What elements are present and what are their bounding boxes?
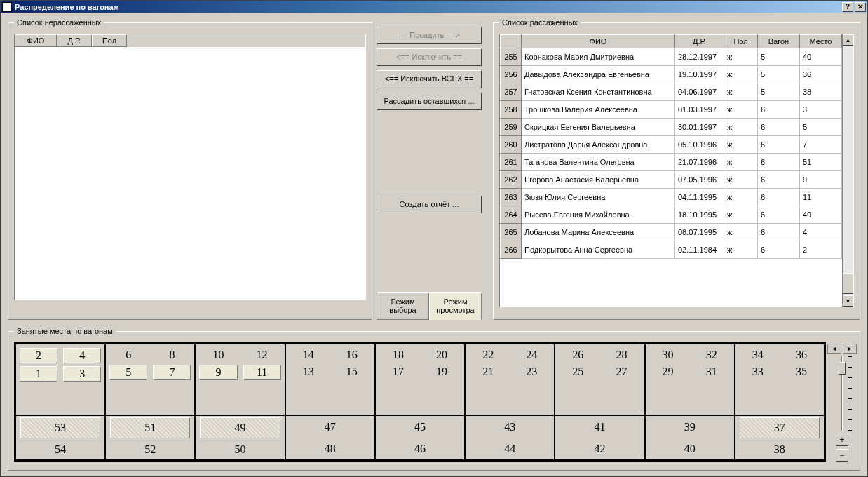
seated-header-dr[interactable]: Д.Р. [675, 35, 724, 48]
side-seat[interactable]: 43 [466, 416, 554, 438]
seat[interactable]: 7 [153, 365, 191, 380]
help-button[interactable]: ? [842, 2, 853, 12]
unseated-header-dr[interactable]: Д.Р. [57, 34, 92, 47]
zoom-out-button[interactable]: − [836, 449, 848, 462]
mode-select-tab[interactable]: Режим выбора [377, 293, 429, 320]
seat[interactable]: 17 [379, 364, 418, 379]
seat[interactable]: 5 [109, 365, 147, 380]
side-seat[interactable]: 39 [646, 416, 734, 438]
seat[interactable]: 15 [332, 364, 372, 379]
seat[interactable]: 10 [198, 347, 238, 363]
unseated-header-fio[interactable]: ФИО [15, 34, 57, 47]
table-row[interactable]: 258Трошкова Валерия Алексеевна01.03.1997… [501, 101, 842, 119]
seat[interactable]: 12 [243, 347, 282, 363]
seat[interactable]: 2 [20, 348, 57, 363]
table-row[interactable]: 256Давыдова Александра Евгеньевна19.10.1… [501, 66, 842, 83]
seat[interactable]: 23 [512, 364, 551, 379]
seated-header-wagon[interactable]: Вагон [758, 35, 800, 48]
seat[interactable]: 34 [738, 347, 778, 363]
seat[interactable]: 6 [109, 347, 148, 363]
seat[interactable]: 14 [289, 347, 328, 363]
seat-rest-button[interactable]: Рассадить оставшихся ... [377, 93, 482, 110]
seat[interactable]: 28 [602, 347, 641, 363]
exclude-button[interactable]: <== Исключить == [377, 48, 482, 66]
scroll-down-icon[interactable]: ▼ [843, 295, 853, 307]
create-report-button[interactable]: Создать отчёт ... [377, 196, 482, 213]
seat[interactable]: 33 [738, 364, 778, 379]
wagon-next-icon[interactable]: ► [843, 344, 857, 354]
seat[interactable]: 36 [782, 347, 821, 363]
seat[interactable]: 25 [558, 364, 597, 379]
seat[interactable]: 8 [152, 347, 191, 363]
table-row[interactable]: 264Рысева Евгения Михайловна18.10.1995ж6… [501, 206, 842, 224]
unseated-table[interactable]: ФИО Д.Р. Пол [14, 34, 366, 300]
seat[interactable]: 29 [649, 364, 688, 379]
side-seat[interactable]: 53 [20, 417, 100, 438]
seat[interactable]: 32 [692, 347, 731, 363]
seat[interactable]: 22 [468, 347, 508, 363]
table-row[interactable]: 259Скрицкая Евгения Валерьевна30.01.1997… [501, 119, 842, 136]
exclude-all-button[interactable]: <== Исключить ВСЕХ == [377, 70, 482, 88]
zoom-in-button[interactable]: + [836, 434, 848, 446]
zoom-slider[interactable] [835, 356, 849, 431]
seated-table[interactable]: ФИО Д.Р. Пол Вагон Место 255Корнакова Ма… [500, 34, 842, 259]
side-seat[interactable]: 49 [200, 417, 280, 438]
side-seat[interactable]: 52 [106, 440, 194, 459]
seat[interactable]: 35 [782, 364, 821, 379]
table-row[interactable]: 265Лобанова Марина Алексеевна08.07.1995ж… [501, 224, 842, 241]
seat[interactable]: 18 [379, 347, 418, 363]
seat[interactable]: 21 [468, 364, 508, 379]
seat[interactable]: 16 [332, 347, 372, 363]
side-seat[interactable]: 47 [286, 416, 374, 438]
mode-view-tab[interactable]: Режим просмотра [429, 293, 482, 320]
seat[interactable]: 31 [692, 364, 731, 379]
seat[interactable]: 4 [63, 348, 101, 363]
seat[interactable]: 9 [199, 365, 237, 380]
side-seat[interactable]: 48 [286, 438, 374, 459]
scroll-up-icon[interactable]: ▲ [843, 34, 853, 46]
side-seat[interactable]: 40 [646, 438, 734, 459]
slider-thumb[interactable] [839, 362, 846, 375]
seated-header-idx[interactable] [501, 35, 522, 48]
side-seat[interactable]: 41 [555, 416, 644, 438]
side-seat[interactable]: 42 [555, 438, 644, 459]
seat[interactable]: 11 [243, 365, 281, 380]
seated-header-seat[interactable]: Место [800, 35, 842, 48]
table-row[interactable]: 257Гнатовская Ксения Константиновна04.06… [501, 83, 842, 101]
compartment: 18201719 [376, 344, 466, 415]
wagon-prev-icon[interactable]: ◄ [827, 344, 841, 354]
scroll-thumb[interactable] [843, 273, 853, 294]
scroll-track[interactable] [843, 46, 853, 295]
unseated-group: Список нерассаженных ФИО Д.Р. Пол [8, 18, 372, 320]
seated-scrollbar[interactable]: ▲ ▼ [842, 34, 853, 307]
table-row[interactable]: 266Подкорытова Анна Сергеевна02.11.1984ж… [501, 241, 842, 259]
table-row[interactable]: 255Корнакова Мария Дмитриевна28.12.1997ж… [501, 48, 842, 66]
seat[interactable]: 20 [422, 347, 461, 363]
seated-header-pol[interactable]: Пол [724, 35, 758, 48]
side-seat[interactable]: 51 [110, 417, 190, 438]
seat[interactable]: 3 [63, 366, 101, 382]
wagon-diagram[interactable]: 2413685710129111416131518201719222421232… [14, 342, 826, 462]
seat[interactable]: 30 [649, 347, 688, 363]
table-row[interactable]: 261Таганова Валентина Олеговна21.07.1996… [501, 154, 842, 171]
side-seat[interactable]: 54 [16, 440, 104, 459]
seat[interactable]: 19 [422, 364, 461, 379]
seat-button[interactable]: == Посадить ==> [377, 27, 482, 44]
table-row[interactable]: 260Листратова Дарья Александровна05.10.1… [501, 136, 842, 154]
seated-header-fio[interactable]: ФИО [522, 35, 675, 48]
unseated-header-pol[interactable]: Пол [92, 34, 127, 47]
table-row[interactable]: 262Егорова Анастасия Валерьевна07.05.199… [501, 171, 842, 189]
side-seat[interactable]: 38 [735, 440, 824, 459]
seat[interactable]: 13 [289, 364, 328, 379]
seat[interactable]: 27 [602, 364, 641, 379]
side-seat[interactable]: 50 [196, 440, 284, 459]
side-seat[interactable]: 37 [740, 417, 820, 438]
side-seat[interactable]: 46 [376, 438, 464, 459]
close-button[interactable]: ✕ [855, 2, 866, 12]
side-seat[interactable]: 45 [376, 416, 464, 438]
table-row[interactable]: 263Зюзя Юлия Сергеевна04.11.1995ж611 [501, 189, 842, 206]
seat[interactable]: 26 [558, 347, 597, 363]
seat[interactable]: 1 [20, 366, 57, 382]
seat[interactable]: 24 [512, 347, 551, 363]
side-seat[interactable]: 44 [466, 438, 554, 459]
